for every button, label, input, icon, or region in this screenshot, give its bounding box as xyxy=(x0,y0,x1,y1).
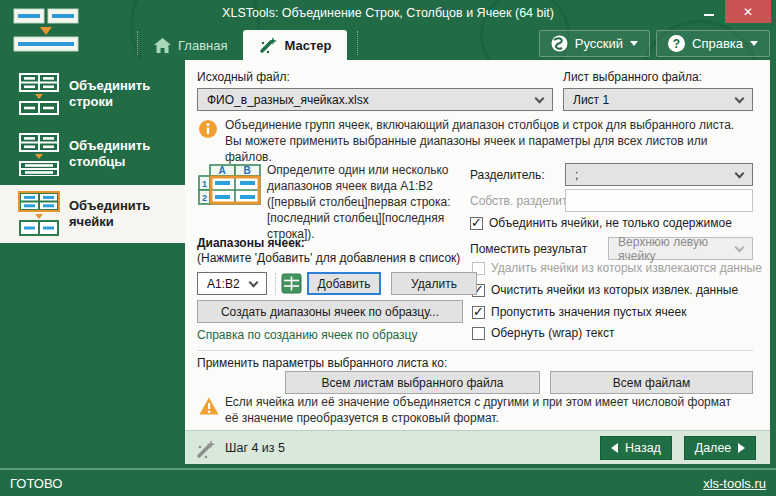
checkbox-label: Очистить ячейки из которых извлек. данны… xyxy=(491,283,738,297)
source-file-select[interactable]: ФИО_в_разных_ячейках.xlsx xyxy=(197,88,553,111)
checkbox-delete-source-cells: Удалить ячейки из которых извлекаются да… xyxy=(472,261,762,275)
wand-icon xyxy=(259,36,277,54)
apply-all-sheets-label: Всем листам выбранного файла xyxy=(322,376,504,390)
separator-label: Разделитель: xyxy=(470,168,545,182)
apply-all-files-button[interactable]: Всем файлам xyxy=(550,371,753,394)
merge-cells-icon xyxy=(18,191,60,237)
help-icon xyxy=(668,35,685,52)
separator-value: ; xyxy=(575,168,578,182)
custom-separator-input xyxy=(565,189,753,212)
checkbox-label: Пропустить значения пустых ячеек xyxy=(491,305,686,319)
status-text: ГОТОВО xyxy=(10,476,62,491)
merge-rows-icon xyxy=(18,72,60,116)
chevron-down-icon xyxy=(735,93,745,103)
minimize-button[interactable] xyxy=(694,0,724,23)
range-value: A1:B2 xyxy=(207,277,240,291)
create-ranges-button[interactable]: Создать диапазоны ячеек по образцу... xyxy=(197,300,463,323)
tab-separator xyxy=(357,31,358,55)
section-divider xyxy=(197,350,753,351)
chevron-down-icon xyxy=(735,168,745,178)
globe-icon xyxy=(551,35,568,52)
chevron-down-icon xyxy=(535,93,545,103)
add-range-button-label: Добавить xyxy=(317,277,370,291)
vertical-separator xyxy=(275,273,276,295)
checkbox-clear-source-cells[interactable]: Очистить ячейки из которых извлек. данны… xyxy=(472,283,738,297)
app-window: XLSTools: Объединение Строк, Столбцов и … xyxy=(0,0,776,496)
delete-range-button[interactable]: Удалить xyxy=(391,272,477,295)
close-button[interactable]: ✕ xyxy=(725,0,771,23)
sidebar-item-merge-rows[interactable]: Объединить строки xyxy=(0,68,185,120)
svg-text:1: 1 xyxy=(202,179,207,189)
range-help-text: Определите один или несколько диапазонов… xyxy=(267,162,451,242)
checkbox-merge-cells[interactable]: Объединить ячейки, не только содержимое xyxy=(470,216,732,230)
apply-all-sheets-button[interactable]: Всем листам выбранного файла xyxy=(285,371,540,394)
apply-all-files-label: Всем файлам xyxy=(613,376,690,390)
sheet-select[interactable]: Лист 1 xyxy=(563,88,753,111)
checkbox-box xyxy=(470,217,483,230)
ranges-hint: (Нажмите 'Добавить' для добавления в спи… xyxy=(197,251,460,265)
info-icon xyxy=(199,120,217,138)
tab-home-label: Главная xyxy=(178,38,227,53)
checkbox-box xyxy=(472,327,485,340)
place-result-select: Верхнюю левую ячейку xyxy=(608,237,753,260)
minimize-icon xyxy=(704,14,714,16)
sheet-value: Лист 1 xyxy=(573,93,609,107)
close-icon: ✕ xyxy=(743,5,753,19)
range-example-icon: A B 1 2 xyxy=(197,163,263,217)
home-icon xyxy=(154,38,171,53)
checkbox-label: Удалить ячейки из которых извлекаются да… xyxy=(491,261,762,275)
create-ranges-button-label: Создать диапазоны ячеек по образцу... xyxy=(221,305,439,319)
svg-text:A: A xyxy=(218,165,225,176)
help-button[interactable]: Справка xyxy=(656,30,770,57)
titlebar: XLSTools: Объединение Строк, Столбцов и … xyxy=(0,0,776,27)
next-button-label: Далее xyxy=(695,441,732,455)
language-button[interactable]: Русский xyxy=(539,30,650,57)
language-button-label: Русский xyxy=(575,36,623,51)
svg-text:2: 2 xyxy=(202,193,207,203)
app-header: XLSTools: Объединение Строк, Столбцов и … xyxy=(0,0,776,60)
tab-wizard[interactable]: Мастер xyxy=(243,30,347,60)
next-button[interactable]: Далее xyxy=(684,436,756,460)
warning-icon xyxy=(199,397,219,415)
chevron-down-icon xyxy=(750,41,758,46)
info-text: Объединение групп ячеек, включающий диап… xyxy=(225,117,749,165)
wizard-footer: Шаг 4 из 5 Назад Далее xyxy=(185,430,770,464)
delete-range-button-label: Удалить xyxy=(411,277,457,291)
apply-label: Применить параметры выбранного листа ко: xyxy=(197,356,447,370)
help-button-label: Справка xyxy=(692,36,743,51)
checkbox-label: Обернуть (wrap) текст xyxy=(491,326,614,340)
sidebar-item-merge-columns[interactable]: Объединить столбцы xyxy=(0,126,185,182)
tabbar: Главная Мастер Русский xyxy=(0,27,776,60)
add-range-button[interactable]: Добавить xyxy=(307,272,381,295)
place-result-value: Верхнюю левую ячейку xyxy=(618,235,736,263)
checkbox-wrap-text[interactable]: Обернуть (wrap) текст xyxy=(472,326,614,340)
chevron-down-icon xyxy=(249,277,259,287)
website-link[interactable]: xls-tools.ru xyxy=(703,476,766,491)
sidebar-item-label: Объединить строки xyxy=(69,78,185,110)
main-panel: Исходный файл: Лист выбранного файла: ФИ… xyxy=(185,60,770,464)
back-arrow-icon xyxy=(611,443,618,453)
checkbox-label: Объединить ячейки, не только содержимое xyxy=(489,216,732,230)
sidebar: Объединить строки xyxy=(0,60,185,464)
sidebar-item-label: Объединить столбцы xyxy=(69,138,185,170)
separator-select[interactable]: ; xyxy=(565,163,753,186)
tab-wizard-label: Мастер xyxy=(284,38,331,53)
ranges-label: Диапазоны ячеек: xyxy=(197,236,305,250)
merge-columns-icon xyxy=(18,132,60,176)
back-button[interactable]: Назад xyxy=(600,436,672,460)
sidebar-item-label: Объединить ячейки xyxy=(69,198,185,230)
next-arrow-icon xyxy=(738,443,745,453)
place-result-label: Поместить результат xyxy=(470,242,587,256)
sidebar-item-merge-cells[interactable]: Объединить ячейки xyxy=(0,185,185,243)
sheet-label: Лист выбранного файла: xyxy=(563,70,702,84)
statusbar: ГОТОВО xls-tools.ru xyxy=(0,468,776,496)
range-combobox[interactable]: A1:B2 xyxy=(197,272,267,295)
window-title: XLSTools: Объединение Строк, Столбцов и … xyxy=(0,6,776,20)
checkbox-box xyxy=(472,306,485,319)
tab-home[interactable]: Главная xyxy=(138,30,243,60)
chevron-down-icon xyxy=(735,242,745,252)
source-file-value: ФИО_в_разных_ячейках.xlsx xyxy=(207,93,369,107)
table-icon[interactable] xyxy=(281,273,302,294)
checkbox-skip-empty-cells[interactable]: Пропустить значения пустых ячеек xyxy=(472,305,686,319)
ranges-help-link[interactable]: Справка по созданию ячеек по образцу xyxy=(197,328,418,342)
